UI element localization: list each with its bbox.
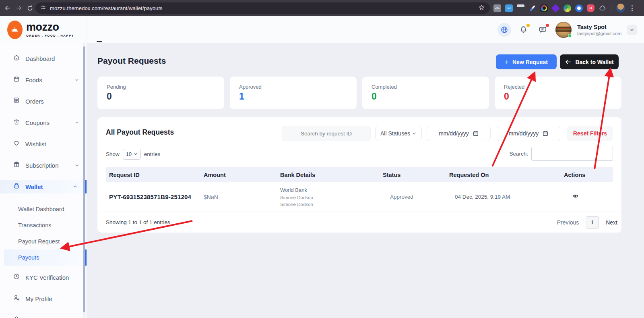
sidebar-subitem-wallet-dashboard[interactable]: Wallet Dashboard — [0, 201, 87, 217]
subscription-gift-icon — [13, 161, 20, 170]
brand-name: mozzo — [26, 22, 74, 33]
extension-code-icon[interactable]: </> — [493, 4, 501, 12]
extension-gear-icon[interactable] — [575, 4, 583, 12]
sidebar-item-kyc[interactable]: KYC Verification — [0, 270, 87, 284]
sidebar-item-wallet[interactable]: Wallet — [0, 180, 87, 193]
pagination: Previous 1 Next — [557, 216, 617, 229]
sidebar-item-subscription[interactable]: Subscription — [0, 158, 87, 172]
table-footer: Showing 1 to 1 of 1 entries Previous 1 N… — [97, 212, 621, 233]
sidebar-subitem-payout-request[interactable]: Payout Request — [0, 233, 87, 249]
screen: mozzu.themedox.com/restaurant/wallet/pay… — [0, 0, 644, 318]
refresh-icon[interactable] — [27, 5, 33, 12]
browser-profile-avatar[interactable] — [616, 4, 625, 12]
view-eye-icon[interactable] — [561, 193, 613, 201]
brand-logo-icon — [7, 21, 23, 39]
page-number-button[interactable]: 1 — [586, 216, 599, 229]
chevron-down-icon — [74, 120, 79, 125]
url-text: mozzu.themedox.com/restaurant/wallet/pay… — [50, 5, 475, 11]
stat-card-pending: Pending 0 — [97, 77, 224, 109]
main-content: Payout Requests + New Request Back to Wa… — [87, 43, 644, 318]
kyc-clock-icon — [13, 273, 20, 282]
table-header-row: Request ID Amount Bank Details Status Re… — [106, 167, 613, 182]
wallet-icon — [13, 182, 20, 191]
new-request-button[interactable]: + New Request — [496, 54, 557, 69]
sidebar: Dashboard Foods Orders Coupons Wishlist … — [0, 43, 87, 318]
stat-card-rejected: Rejected 0 — [495, 77, 621, 109]
col-status: Status — [380, 172, 446, 178]
sidebar-subitem-payouts[interactable]: Payouts — [4, 249, 87, 266]
request-id-search-input[interactable] — [282, 131, 370, 137]
page-title: Payout Requests — [97, 56, 166, 66]
brand-tagline: ORDER . FOOD . HAPPY — [26, 34, 74, 37]
plus-icon: + — [505, 58, 509, 66]
extension-downloader-icon[interactable] — [564, 4, 571, 12]
col-requested-on: Requested On — [446, 172, 561, 178]
sidebar-item-dashboard[interactable]: Dashboard — [0, 52, 87, 65]
col-amount: Amount — [200, 172, 277, 178]
previous-page-button[interactable]: Previous — [557, 219, 579, 226]
app-header: mozzo ORDER . FOOD . HAPPY Tasty Spot ta… — [0, 16, 644, 43]
reset-filters-button[interactable]: Reset Filters — [567, 126, 613, 141]
back-arrow-icon — [565, 58, 572, 65]
notifications-bell-icon[interactable] — [517, 23, 530, 37]
extension-diamond-icon[interactable] — [551, 4, 560, 12]
request-id-value: PYT-69315238571B9-251204 — [106, 193, 200, 200]
profile-menu-chevron-icon[interactable] — [627, 25, 637, 35]
food-box-icon — [13, 75, 20, 84]
stat-card-completed: Completed 0 — [362, 77, 489, 109]
bank-details-value: World Bank Simone Dodson Simone Dodson — [277, 187, 380, 207]
next-page-button[interactable]: Next — [606, 219, 617, 226]
forward-icon[interactable] — [15, 4, 23, 12]
user-name: Tasty Spot — [577, 24, 621, 30]
messages-chat-icon[interactable] — [536, 23, 550, 37]
approved-count: 1 — [239, 91, 357, 102]
chevron-down-icon — [74, 77, 79, 82]
requested-on-value: 04 Dec, 2025, 9:19 AM — [446, 194, 561, 200]
col-request-id: Request ID — [106, 172, 200, 178]
sidebar-item-orders[interactable]: Orders — [0, 94, 87, 108]
extensions-puzzle-icon[interactable] — [599, 4, 606, 12]
extension-pen-icon[interactable] — [528, 4, 536, 12]
bookmark-star-icon[interactable] — [478, 4, 485, 12]
brand-logo[interactable]: mozzo ORDER . FOOD . HAPPY — [0, 16, 87, 43]
browser-menu-icon[interactable] — [629, 5, 635, 11]
sidebar-item-restaurant-profile[interactable]: Restaurant Profile — [0, 313, 87, 318]
calendar-icon — [543, 131, 548, 136]
extension-camera-icon[interactable] — [540, 4, 548, 12]
sidebar-subitem-transactions[interactable]: Transactions — [0, 217, 87, 233]
stat-card-approved: Approved 1 — [230, 77, 357, 109]
status-value: Approved — [380, 194, 446, 200]
extension-shield-icon[interactable]: U — [587, 4, 594, 12]
coupon-icon — [13, 118, 20, 127]
sidebar-item-my-profile[interactable]: My Profile — [0, 292, 87, 306]
sidebar-item-coupons[interactable]: Coupons — [0, 116, 87, 129]
payout-requests-panel: All Payout Requests All Statuses mm/dd/y… — [97, 117, 621, 233]
language-globe-icon[interactable] — [497, 23, 511, 37]
table-search-input[interactable] — [531, 147, 613, 161]
sidebar-item-foods[interactable]: Foods — [0, 73, 87, 87]
site-settings-icon[interactable] — [40, 4, 46, 12]
pending-count: 0 — [107, 91, 224, 102]
sidebar-item-wishlist[interactable]: Wishlist — [0, 137, 87, 151]
status-filter-select[interactable]: All Statuses — [375, 126, 422, 141]
orders-clipboard-icon — [13, 97, 20, 106]
extensions-row: </> FI U — [493, 0, 635, 16]
date-to-input[interactable]: mm/dd/yyyy — [497, 126, 560, 141]
rejected-count: 0 — [504, 91, 621, 102]
back-to-wallet-button[interactable]: Back to Wallet — [560, 54, 619, 69]
date-from-input[interactable]: mm/dd/yyyy — [427, 126, 491, 141]
online-status-dot — [568, 34, 572, 37]
extension-clapper-icon[interactable] — [517, 4, 524, 12]
bell-badge — [526, 24, 530, 27]
completed-count: 0 — [372, 91, 489, 102]
user-avatar[interactable] — [555, 22, 572, 38]
address-bar[interactable]: mozzu.themedox.com/restaurant/wallet/pay… — [35, 2, 490, 14]
page-size-select[interactable]: 10 — [123, 149, 141, 160]
extension-fi-icon[interactable]: FI — [505, 4, 513, 12]
home-icon — [13, 54, 20, 63]
chevron-down-icon — [412, 131, 417, 136]
section-title: All Payout Requests — [106, 128, 174, 137]
sidebar-scrollbar-thumb[interactable] — [83, 46, 85, 312]
page-size-control: Show 10 entries — [106, 148, 160, 160]
back-icon[interactable] — [4, 4, 11, 12]
